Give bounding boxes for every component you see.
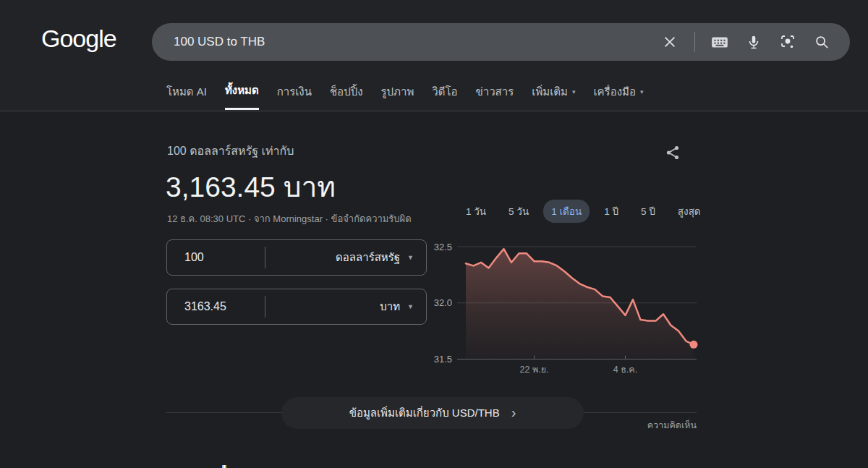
data-attribution[interactable]: 12 ธ.ค. 08:30 UTC · จาก Morningstar · ข้… xyxy=(167,211,412,226)
chevron-down-icon: ▼ xyxy=(407,303,414,310)
clear-icon[interactable] xyxy=(660,33,679,51)
tab-images[interactable]: รูปภาพ xyxy=(381,82,414,110)
from-currency-row: ดอลลาร์สหรัฐ ▼ xyxy=(166,239,427,276)
lens-icon[interactable] xyxy=(778,33,797,51)
tab-shopping[interactable]: ช็อปปิ้ง xyxy=(330,82,363,110)
range-max[interactable]: สูงสุด xyxy=(670,200,709,223)
conversion-result: 3,163.45 บาท xyxy=(166,164,336,209)
from-amount-input[interactable] xyxy=(167,251,265,264)
search-icon[interactable] xyxy=(812,33,831,51)
tab-all[interactable]: ทั้งหมด xyxy=(225,82,259,110)
tab-more[interactable]: เพิ่มเติม ▾ xyxy=(532,82,575,110)
chevron-down-icon: ▾ xyxy=(640,88,644,95)
range-1-month[interactable]: 1 เดือน xyxy=(543,200,590,223)
range-1-year[interactable]: 1 ปี xyxy=(596,200,626,223)
next-result-partial xyxy=(222,465,226,468)
search-input[interactable] xyxy=(174,35,660,49)
svg-text:31.5: 31.5 xyxy=(434,354,452,365)
to-currency-row: บาท ▼ xyxy=(166,289,427,325)
more-info-button[interactable]: ข้อมูลเพิ่มเติมเกี่ยวกับ USD/THB › xyxy=(281,397,584,429)
search-bar[interactable] xyxy=(152,23,850,61)
svg-text:4 ธ.ค.: 4 ธ.ค. xyxy=(613,365,637,375)
chevron-right-icon: › xyxy=(511,405,516,420)
search-header: Google xyxy=(0,0,868,111)
svg-text:32.5: 32.5 xyxy=(434,242,452,252)
keyboard-icon[interactable] xyxy=(710,33,729,51)
range-5-years[interactable]: 5 ปี xyxy=(633,200,663,223)
svg-text:32.0: 32.0 xyxy=(434,297,452,308)
mic-icon[interactable] xyxy=(744,33,763,51)
chevron-down-icon: ▼ xyxy=(407,254,414,261)
tab-videos[interactable]: วิดีโอ xyxy=(432,82,457,110)
result-tabs: โหมด AI ทั้งหมด การเงิน ช็อปปิ้ง รูปภาพ … xyxy=(166,82,643,110)
tab-finance[interactable]: การเงิน xyxy=(277,82,312,110)
to-amount-input[interactable] xyxy=(167,300,265,313)
chevron-down-icon: ▾ xyxy=(572,88,576,95)
from-currency-select[interactable]: ดอลลาร์สหรัฐ ▼ xyxy=(265,249,426,266)
feedback-link[interactable]: ความคิดเห็น xyxy=(647,418,697,433)
range-1-day[interactable]: 1 วัน xyxy=(458,200,494,223)
search-divider xyxy=(694,32,695,52)
time-range-selector: 1 วัน 5 วัน 1 เดือน 1 ปี 5 ปี สูงสุด xyxy=(458,200,709,223)
tab-news[interactable]: ข่าวสาร xyxy=(476,82,514,110)
svg-text:22 พ.ย.: 22 พ.ย. xyxy=(520,365,549,375)
to-currency-select[interactable]: บาท ▼ xyxy=(265,298,426,315)
share-icon[interactable] xyxy=(664,144,684,164)
exchange-rate-chart[interactable]: 32.532.031.522 พ.ย.4 ธ.ค. xyxy=(431,237,723,382)
conversion-heading: 100 ดอลลาร์สหรัฐ เท่ากับ xyxy=(167,142,294,160)
tab-tools[interactable]: เครื่องมือ ▾ xyxy=(593,82,643,110)
google-logo[interactable]: Google xyxy=(41,25,116,53)
range-5-days[interactable]: 5 วัน xyxy=(501,200,537,223)
tab-ai-mode[interactable]: โหมด AI xyxy=(166,82,207,110)
